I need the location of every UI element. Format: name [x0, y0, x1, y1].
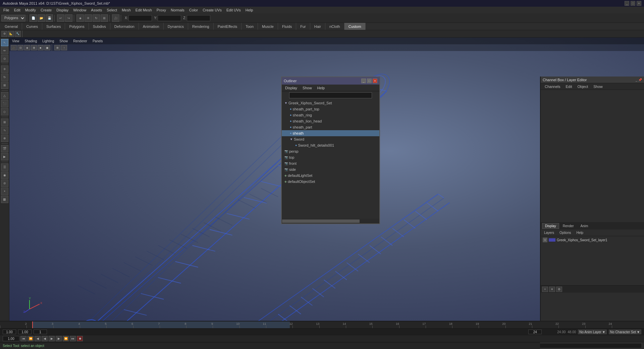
tab-polygons[interactable]: Polygons	[65, 23, 89, 30]
redo-button[interactable]: ↪	[65, 14, 72, 22]
lattice-btn[interactable]: ▦	[1, 196, 8, 203]
outliner-show-menu[interactable]: Show	[301, 85, 314, 91]
vp-btn-wireframe[interactable]: ⊞	[31, 45, 37, 50]
open-button[interactable]: 📂	[38, 14, 45, 22]
move-tool[interactable]: ✛	[85, 14, 92, 22]
transport-frame-field[interactable]: 1.00	[3, 336, 19, 341]
go-end-btn[interactable]: ⏭	[70, 336, 76, 341]
select-tool-btn[interactable]: ↖	[1, 39, 8, 46]
record-btn[interactable]: ⏺	[77, 336, 83, 341]
tab-surfaces[interactable]: Surfaces	[42, 23, 65, 30]
edit-tab[interactable]: Edit	[563, 84, 575, 89]
prev-frame-btn[interactable]: ◀	[35, 336, 41, 341]
tab-painteffects[interactable]: PaintEffects	[214, 23, 242, 30]
tab-ncloth[interactable]: nCloth	[325, 23, 344, 30]
help-menu[interactable]: Help	[574, 230, 585, 235]
channels-tab[interactable]: Channels	[542, 84, 563, 89]
menu-item-modify[interactable]: Modify	[23, 7, 38, 13]
outliner-minimize[interactable]: _	[361, 79, 366, 83]
options-menu[interactable]: Options	[557, 230, 573, 235]
move-tool-btn[interactable]: ✛	[1, 65, 8, 73]
viewport-renderer-menu[interactable]: Renderer	[72, 39, 89, 43]
layer-row[interactable]: V Greek_Xiphos_Sword_Set_layer1	[541, 237, 643, 243]
snap-curve-btn[interactable]: ∿	[1, 127, 8, 134]
tree-item-defaultlightset[interactable]: ◈ defaultLightSet	[282, 172, 379, 179]
outliner-display-menu[interactable]: Display	[283, 85, 299, 91]
paint-tool-btn[interactable]: ✏	[1, 47, 8, 54]
menu-item-edit uvs[interactable]: Edit UVs	[224, 7, 243, 13]
snap-grid-btn[interactable]: ⊞	[1, 118, 8, 126]
timeline-ruler[interactable]: 1 2 3 4 5 6 7 8 9 10 11 12 13 14	[0, 321, 644, 329]
object-tab[interactable]: Object	[575, 84, 591, 89]
tab-deformation[interactable]: Deformation	[110, 23, 139, 30]
menu-item-create[interactable]: Create	[39, 7, 54, 13]
tab-fur[interactable]: Fur	[296, 23, 310, 30]
sculpt-btn[interactable]: ⊘	[1, 180, 8, 187]
select-tool[interactable]: ◈	[76, 14, 84, 22]
menu-item-assets[interactable]: Assets	[89, 7, 104, 13]
tree-item-side[interactable]: 📷 side	[282, 166, 379, 172]
new-button[interactable]: 📄	[30, 14, 37, 22]
lasso-tool-btn[interactable]: ⊙	[1, 55, 8, 62]
undo-button[interactable]: ↩	[57, 14, 64, 22]
soft-mod-btn[interactable]: ◉	[1, 171, 8, 179]
tab-custom[interactable]: Custom	[344, 23, 366, 30]
tree-item-sheath-ring[interactable]: ● sheath_ring	[282, 112, 379, 118]
menu-item-help[interactable]: Help	[244, 7, 255, 13]
layers-menu[interactable]: Layers	[542, 230, 556, 235]
outliner-maximize[interactable]: □	[367, 79, 372, 83]
tab-hair[interactable]: Hair	[310, 23, 325, 30]
menu-item-edit[interactable]: Edit	[12, 7, 22, 13]
tab-general[interactable]: General	[1, 23, 22, 30]
tree-item-sheath-lion-head[interactable]: ● sheath_lion_head	[282, 118, 379, 124]
poly-tool-btn[interactable]: △	[1, 92, 8, 99]
current-frame-field[interactable]: 1.00	[18, 330, 32, 334]
bevel-btn[interactable]: ◇	[1, 108, 8, 115]
tab-rendering[interactable]: Rendering	[188, 23, 214, 30]
tree-item-top[interactable]: 📷 top	[282, 154, 379, 160]
viewport-panels-menu[interactable]: Panels	[91, 39, 104, 43]
menu-item-normals[interactable]: Normals	[169, 7, 186, 13]
window-controls[interactable]: _ □ ×	[625, 1, 641, 6]
new-layer-icon[interactable]: +	[542, 287, 548, 292]
menu-item-select[interactable]: Select	[105, 7, 119, 13]
menu-item-color[interactable]: Color	[187, 7, 200, 13]
maximize-button[interactable]: □	[631, 1, 635, 6]
x-field[interactable]	[128, 15, 152, 21]
next-frame-btn[interactable]: ▶	[56, 336, 62, 341]
menu-item-window[interactable]: Window	[71, 7, 88, 13]
play-fwd-btn[interactable]: ▶	[49, 336, 55, 341]
y-field[interactable]	[158, 15, 181, 21]
vp-btn-textured[interactable]: ▣	[44, 45, 50, 50]
outliner-window-controls[interactable]: _ □ ×	[361, 79, 377, 83]
menu-item-create uvs[interactable]: Create UVs	[201, 7, 224, 13]
outliner-help-menu[interactable]: Help	[315, 85, 327, 91]
viewport-view-menu[interactable]: View	[11, 39, 21, 43]
viewport-lighting-menu[interactable]: Lighting	[41, 39, 55, 43]
anim-tab[interactable]: Anim	[578, 223, 591, 229]
scale-tool-btn[interactable]: ⊞	[1, 82, 8, 89]
rotate-tool-btn[interactable]: ↻	[1, 73, 8, 81]
extrude-btn[interactable]: ⬛	[1, 100, 8, 107]
viewport-shading-menu[interactable]: Shading	[23, 39, 39, 43]
frame-number-field[interactable]: 1	[34, 330, 47, 334]
tree-item-sheath-part[interactable]: ● sheath_part	[282, 124, 379, 130]
render-btn[interactable]: 🎬	[1, 145, 8, 152]
vp-btn-select[interactable]: ◈	[24, 45, 30, 50]
scale-tool[interactable]: ⊞	[101, 14, 108, 22]
prev-key-btn[interactable]: ⏪	[28, 336, 34, 341]
menu-item-mesh[interactable]: Mesh	[120, 7, 133, 13]
render-tab[interactable]: Render	[560, 223, 577, 229]
play-back-btn[interactable]: ◀	[42, 336, 48, 341]
vp-btn-solid[interactable]: ■	[38, 45, 44, 50]
tree-item-persp[interactable]: 📷 persp	[282, 148, 379, 154]
snap-point-btn[interactable]: ⊕	[1, 135, 8, 142]
delete-layer-icon[interactable]: ✕	[549, 287, 555, 292]
char-set-dropdown[interactable]: No Character Set ▼	[609, 330, 641, 334]
z-field[interactable]	[187, 15, 210, 21]
camera-tool[interactable]: 🎥	[112, 14, 119, 22]
layer-visibility[interactable]: V	[543, 238, 547, 242]
show-tab[interactable]: Show	[591, 84, 605, 89]
viewport-show-menu[interactable]: Show	[58, 39, 69, 43]
vp-btn-grid[interactable]: ⊞	[54, 45, 60, 50]
